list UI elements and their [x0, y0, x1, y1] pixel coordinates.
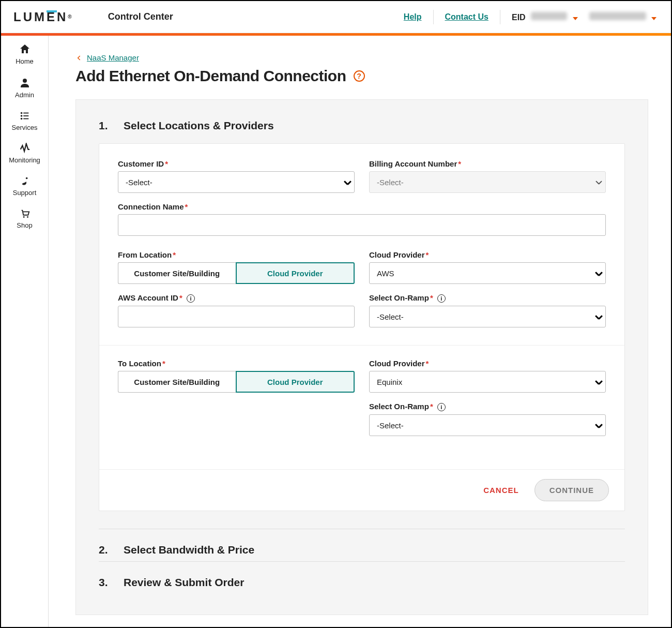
- from-location-toggle: Customer Site/Building Cloud Provider: [118, 262, 355, 284]
- svg-point-7: [25, 177, 27, 180]
- chevron-down-icon: [651, 17, 656, 20]
- field-label: From Location*: [118, 250, 355, 259]
- aws-account-field: AWS Account ID* i: [118, 293, 355, 327]
- sidebar-item-label: Support: [13, 189, 37, 197]
- from-onramp-select[interactable]: -Select-: [369, 306, 606, 327]
- to-cloud-provider-select[interactable]: Equinix: [369, 371, 606, 393]
- sidebar-item-label: Admin: [15, 91, 34, 99]
- field-label: To Location*: [118, 359, 355, 368]
- to-location-toggle: Customer Site/Building Cloud Provider: [118, 371, 355, 393]
- select-value: AWS: [377, 269, 394, 278]
- to-onramp-field: Select On-Ramp* i -Select-: [369, 402, 606, 436]
- to-site-option[interactable]: Customer Site/Building: [118, 371, 236, 393]
- sidebar-item-monitoring[interactable]: Monitoring: [1, 143, 48, 164]
- to-cloud-provider-field: Cloud Provider* Equinix: [369, 359, 606, 393]
- account-dropdown[interactable]: [589, 12, 656, 22]
- sidebar-item-label: Shop: [17, 221, 32, 229]
- step-title: Select Locations & Providers: [124, 119, 274, 132]
- contact-link[interactable]: Contact Us: [445, 12, 488, 22]
- step-2-header[interactable]: 2. Select Bandwidth & Price: [99, 529, 625, 556]
- svg-point-3: [20, 115, 22, 117]
- connection-name-input[interactable]: [118, 214, 606, 236]
- select-value: -Select-: [377, 178, 404, 187]
- support-icon: [19, 175, 30, 187]
- field-label: Cloud Provider*: [369, 359, 606, 368]
- step-number: 1.: [99, 119, 109, 132]
- step-number: 2.: [99, 544, 109, 556]
- sidebar-item-admin[interactable]: Admin: [1, 77, 48, 99]
- help-icon[interactable]: ?: [354, 70, 365, 82]
- step-1-card: Customer ID* -Select- Billing Account Nu…: [99, 143, 625, 511]
- step-title: Select Bandwidth & Price: [124, 544, 254, 556]
- from-onramp-field: Select On-Ramp* i -Select-: [369, 293, 606, 327]
- svg-point-0: [23, 79, 27, 83]
- page-title: Add Ethernet On-Demand Connection: [75, 67, 346, 85]
- sidebar-item-home[interactable]: Home: [1, 43, 48, 65]
- sidebar: Home Admin Services Monitoring Support S…: [1, 36, 49, 627]
- customer-id-select[interactable]: -Select-: [118, 171, 355, 193]
- logo-part: N: [57, 10, 68, 24]
- wizard-panel: 1. Select Locations & Providers Customer…: [75, 99, 648, 615]
- header-right: Help Contact Us EID: [404, 10, 656, 24]
- cancel-button[interactable]: CANCEL: [483, 486, 519, 495]
- connection-name-field: Connection Name*: [118, 202, 606, 236]
- eid-dropdown[interactable]: EID: [512, 12, 578, 22]
- info-icon[interactable]: i: [437, 294, 446, 303]
- field-label: Select On-Ramp* i: [369, 293, 606, 303]
- to-cloud-option[interactable]: Cloud Provider: [236, 371, 355, 393]
- from-cloud-option[interactable]: Cloud Provider: [236, 262, 355, 284]
- sidebar-item-support[interactable]: Support: [1, 175, 48, 197]
- sidebar-item-shop[interactable]: Shop: [1, 208, 48, 229]
- breadcrumb-link[interactable]: NaaS Manager: [87, 53, 139, 62]
- account-value-redacted: [589, 12, 646, 20]
- breadcrumb: NaaS Manager: [75, 53, 648, 62]
- logo-part: LUM: [13, 10, 47, 24]
- info-icon[interactable]: i: [187, 294, 195, 303]
- svg-rect-4: [23, 115, 28, 116]
- from-cloud-provider-field: Cloud Provider* AWS: [369, 250, 606, 284]
- to-location-field: To Location* Customer Site/Building Clou…: [118, 359, 355, 393]
- from-location-field: From Location* Customer Site/Building Cl…: [118, 250, 355, 284]
- eid-label: EID: [512, 13, 526, 22]
- list-icon: [19, 110, 30, 122]
- field-label: Cloud Provider*: [369, 250, 606, 259]
- continue-button[interactable]: CONTINUE: [534, 479, 609, 501]
- svg-point-8: [23, 216, 24, 218]
- svg-rect-6: [23, 118, 28, 119]
- svg-rect-2: [23, 113, 28, 114]
- info-icon[interactable]: i: [437, 403, 446, 411]
- chevron-left-icon: [75, 54, 83, 62]
- select-value: -Select-: [377, 312, 404, 321]
- chevron-down-icon: [573, 17, 578, 20]
- sidebar-item-services[interactable]: Services: [1, 110, 48, 131]
- divider: [500, 10, 500, 24]
- step-number: 3.: [99, 576, 109, 589]
- user-icon: [19, 77, 31, 89]
- select-value: Equinix: [377, 378, 402, 386]
- step-title: Review & Submit Order: [124, 576, 244, 589]
- sidebar-item-label: Services: [12, 124, 38, 131]
- select-value: -Select-: [126, 178, 152, 187]
- svg-point-9: [27, 216, 28, 218]
- cart-icon: [19, 208, 30, 219]
- field-label: Billing Account Number*: [369, 159, 606, 168]
- eid-value-redacted: [531, 12, 567, 20]
- from-cloud-provider-select[interactable]: AWS: [369, 262, 606, 284]
- billing-select[interactable]: -Select-: [369, 171, 606, 193]
- brand-logo: LUMEN®: [13, 10, 72, 24]
- to-onramp-select[interactable]: -Select-: [369, 414, 606, 436]
- card-actions: CANCEL CONTINUE: [99, 469, 624, 511]
- customer-id-field: Customer ID* -Select-: [118, 159, 355, 193]
- billing-field: Billing Account Number* -Select-: [369, 159, 606, 193]
- aws-account-input[interactable]: [118, 306, 355, 327]
- from-site-option[interactable]: Customer Site/Building: [118, 262, 236, 284]
- help-link[interactable]: Help: [404, 12, 422, 22]
- app-title: Control Center: [108, 11, 173, 22]
- field-label: AWS Account ID* i: [118, 293, 355, 303]
- divider: [99, 345, 624, 346]
- step-3-header[interactable]: 3. Review & Submit Order: [99, 561, 625, 589]
- field-label: Customer ID*: [118, 159, 355, 168]
- activity-icon: [19, 143, 30, 154]
- svg-point-5: [20, 118, 22, 120]
- sidebar-item-label: Home: [16, 57, 34, 65]
